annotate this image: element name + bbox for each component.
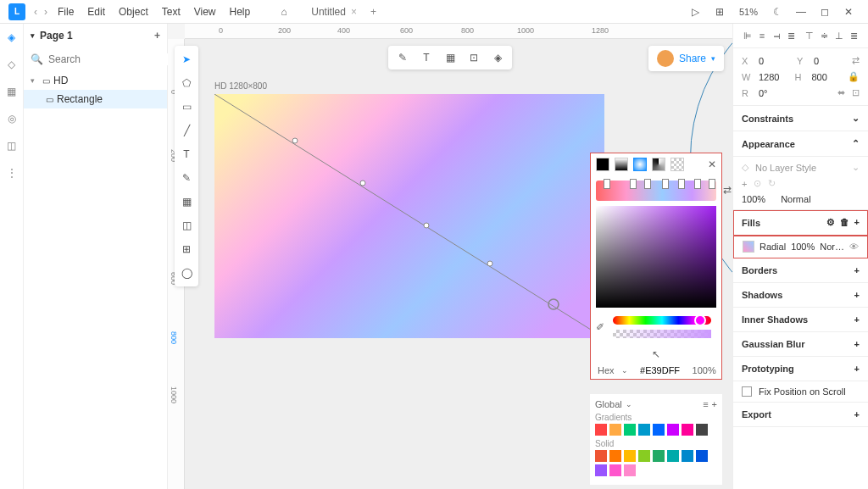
document-tab[interactable]: Untitled × — [304, 6, 364, 18]
fill-linear[interactable] — [615, 158, 628, 171]
preset-swatch[interactable] — [609, 464, 621, 476]
align-right-icon[interactable]: ⫤ — [771, 29, 782, 42]
minimize-icon[interactable]: — — [792, 3, 810, 21]
home-icon[interactable]: ⌂ — [274, 2, 294, 22]
fill-blend[interactable]: Nor… — [820, 242, 844, 252]
appearance-header[interactable]: Appearance⌃ — [733, 131, 868, 157]
app-logo[interactable]: L — [8, 3, 25, 20]
fill-type[interactable]: Radial — [760, 242, 786, 252]
preset-swatch[interactable] — [638, 424, 650, 436]
blend-mode[interactable]: Normal — [781, 194, 810, 204]
menu-view[interactable]: View — [187, 6, 223, 18]
fill-opacity[interactable]: 100% — [791, 242, 815, 252]
refresh-icon[interactable]: ↻ — [768, 178, 776, 189]
distribute-icon[interactable]: ≣ — [849, 29, 860, 42]
layers-icon[interactable]: ◈ — [3, 29, 20, 46]
swap-icon[interactable]: ⇄ — [852, 55, 860, 66]
add-icon[interactable]: + — [854, 364, 860, 374]
visibility-icon[interactable]: 👁 — [849, 242, 859, 252]
search-input[interactable] — [48, 53, 175, 65]
image-tool[interactable]: ▦ — [178, 193, 195, 210]
tree-artboard[interactable]: HD — [53, 75, 68, 86]
grid-tool[interactable]: ⊞ — [178, 241, 195, 258]
group-tool-icon[interactable]: ⊡ — [466, 50, 481, 65]
borders-header[interactable]: Borders+ — [733, 258, 868, 283]
page-name[interactable]: Page 1 — [40, 30, 73, 42]
menu-edit[interactable]: Edit — [81, 6, 112, 18]
add-icon[interactable]: + — [854, 339, 860, 349]
comment-tool[interactable]: ◯ — [178, 264, 195, 281]
preset-swatch[interactable] — [653, 450, 665, 462]
preset-swatch[interactable] — [638, 450, 650, 462]
preset-swatch[interactable] — [595, 424, 607, 436]
preset-swatch[interactable] — [682, 424, 693, 436]
list-view-icon[interactable]: ≡ — [703, 399, 708, 409]
preset-swatch[interactable] — [682, 450, 693, 462]
components-icon[interactable]: ◇ — [3, 56, 20, 73]
preset-swatch[interactable] — [609, 424, 621, 436]
comments-icon[interactable]: ◫ — [3, 137, 20, 154]
align-bottom-icon[interactable]: ⊥ — [833, 29, 844, 42]
chevron-down-icon[interactable]: ▾ — [31, 31, 35, 40]
flip-h-icon[interactable]: ⬌ — [837, 87, 845, 98]
flip-v-icon[interactable]: ⊡ — [852, 87, 860, 98]
w-value[interactable]: 1280 — [759, 72, 788, 82]
trash-icon[interactable]: 🗑 — [840, 217, 849, 228]
shadows-header[interactable]: Shadows+ — [733, 283, 868, 308]
preset-swatch[interactable] — [595, 450, 607, 462]
add-style-icon[interactable]: + — [742, 179, 747, 189]
share-button[interactable]: Share ▾ — [648, 46, 724, 71]
zoom-level[interactable]: 51% — [734, 7, 763, 17]
add-page[interactable]: + — [154, 30, 160, 42]
hex-input[interactable] — [635, 365, 686, 375]
maximize-icon[interactable]: ◻ — [815, 3, 834, 21]
h-value[interactable]: 800 — [812, 72, 842, 82]
add-icon[interactable]: + — [854, 290, 860, 300]
constraints-header[interactable]: Constraints⌄ — [733, 106, 868, 131]
tree-collapse[interactable]: ▾ — [31, 76, 39, 85]
play-icon[interactable]: ▷ — [687, 3, 705, 21]
preset-swatch[interactable] — [696, 424, 708, 436]
layer-tool-icon[interactable]: ▦ — [442, 50, 458, 65]
global-label[interactable]: Global — [595, 399, 622, 409]
settings-icon[interactable]: ⚙ — [826, 217, 835, 228]
edit-tool-icon[interactable]: ✎ — [395, 50, 410, 65]
component-tool-icon[interactable]: ◈ — [490, 50, 505, 65]
select-tool[interactable]: ➤ — [178, 51, 195, 68]
close-window-icon[interactable]: ✕ — [839, 3, 858, 21]
component-tool[interactable]: ◫ — [178, 217, 195, 234]
menu-object[interactable]: Object — [112, 6, 155, 18]
fix-position-checkbox[interactable] — [742, 386, 752, 397]
add-preset-icon[interactable]: + — [712, 399, 717, 409]
eyedropper-icon[interactable]: ✐ — [596, 321, 604, 333]
opacity-value[interactable]: 100% — [742, 194, 765, 204]
more-icon[interactable]: ⋮ — [3, 164, 20, 181]
preset-swatch[interactable] — [624, 464, 636, 476]
artboard[interactable] — [214, 94, 604, 338]
x-value[interactable]: 0 — [759, 56, 790, 66]
menu-help[interactable]: Help — [223, 6, 258, 18]
fill-angular[interactable] — [652, 158, 665, 171]
no-layer-style[interactable]: No Layer Style — [755, 163, 816, 173]
alpha-value[interactable]: 100% — [693, 365, 716, 375]
preset-swatch[interactable] — [653, 424, 665, 436]
proto-header[interactable]: Prototyping+ — [733, 357, 868, 381]
text-tool[interactable]: T — [178, 146, 195, 163]
hand-tool[interactable]: ⬠ — [178, 75, 195, 92]
grid-icon[interactable]: ⊞ — [710, 3, 729, 21]
align-middle-icon[interactable]: ≑ — [819, 29, 830, 42]
alpha-slider[interactable] — [613, 330, 711, 338]
preset-swatch[interactable] — [667, 450, 679, 462]
preset-swatch[interactable] — [595, 464, 607, 476]
preset-swatch[interactable] — [609, 450, 621, 462]
fill-solid[interactable] — [596, 158, 609, 171]
lock-icon[interactable]: 🔒 — [848, 71, 860, 82]
inner-shadows-header[interactable]: Inner Shadows+ — [733, 308, 868, 332]
fills-header[interactable]: Fills⚙🗑+ — [733, 210, 868, 236]
r-value[interactable]: 0° — [759, 88, 831, 98]
fill-radial[interactable] — [633, 158, 647, 171]
gradient-editor[interactable]: ⇄ — [596, 181, 716, 201]
preset-swatch[interactable] — [624, 424, 636, 436]
line-tool[interactable]: ╱ — [178, 122, 195, 139]
add-icon[interactable]: + — [854, 314, 860, 325]
